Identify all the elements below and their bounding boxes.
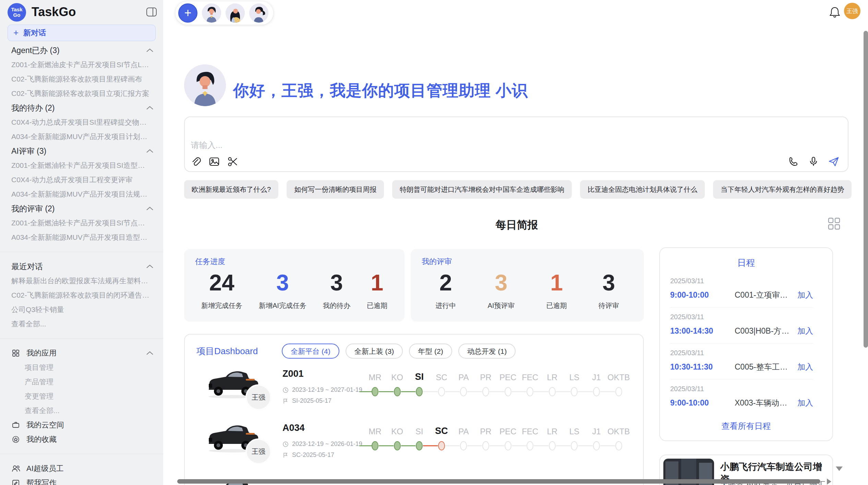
milestone-node[interactable] bbox=[372, 441, 378, 450]
join-meeting-link[interactable]: 加入 bbox=[797, 290, 813, 300]
scroll-down-arrow-icon[interactable] bbox=[836, 467, 843, 471]
suggestion-chip[interactable]: 特朗普可能对进口汽车增税会对中国车企造成哪些影响 bbox=[392, 180, 572, 199]
milestone-node[interactable] bbox=[593, 387, 600, 396]
user-avatar[interactable]: 王强 bbox=[844, 3, 860, 19]
avatar[interactable] bbox=[249, 3, 268, 23]
milestone-node[interactable] bbox=[372, 387, 378, 396]
milestone-node[interactable] bbox=[460, 387, 467, 396]
avatar[interactable] bbox=[226, 3, 245, 23]
avatar[interactable] bbox=[202, 3, 221, 23]
add-session-button[interactable]: + bbox=[178, 3, 197, 23]
suggestion-chip[interactable]: 欧洲新规最近颁布了什么? bbox=[184, 180, 278, 199]
milestone-node[interactable] bbox=[593, 441, 600, 450]
sidebar-item-my-apps[interactable]: 我的应用 bbox=[0, 346, 163, 360]
phone-call-icon[interactable] bbox=[788, 156, 799, 167]
sidebar-group-header[interactable]: 我的待办 (2) bbox=[0, 101, 163, 115]
group-label: 最近对话 bbox=[11, 261, 43, 272]
sidebar-item[interactable]: A034-全新新能源MUV产品开发项目法规符合性评审 bbox=[0, 187, 163, 201]
milestone-node[interactable] bbox=[549, 387, 556, 396]
sidebar-group-header[interactable]: AI评审 (3) bbox=[0, 144, 163, 158]
chevron-up-icon bbox=[146, 106, 154, 110]
suggestion-chip[interactable]: 如何写一份清晰的项目周报 bbox=[287, 180, 384, 199]
divider bbox=[0, 252, 163, 252]
milestone-node[interactable] bbox=[527, 441, 533, 450]
milestone-node[interactable] bbox=[505, 441, 511, 450]
microphone-icon[interactable] bbox=[808, 156, 819, 167]
milestone-node[interactable] bbox=[416, 441, 423, 450]
milestone-node[interactable] bbox=[394, 387, 401, 396]
sidebar-collapse-icon[interactable] bbox=[146, 7, 157, 18]
sidebar-item[interactable]: C02-飞腾新能源轻客改款项目立项汇报方案 bbox=[0, 86, 163, 101]
milestone-node[interactable] bbox=[482, 387, 489, 396]
milestone-node[interactable] bbox=[394, 441, 401, 450]
sidebar-tool-item[interactable]: AI超级员工 bbox=[0, 461, 163, 476]
milestone-label: LR bbox=[547, 427, 557, 436]
dashboard-tab[interactable]: 全新上装 (3) bbox=[346, 344, 403, 359]
sidebar-item[interactable]: Z001-全新燃油皮卡产品开发项目SI节点Lesson Learn报告 bbox=[0, 58, 163, 72]
project-code: A034 bbox=[282, 423, 305, 433]
sidebar-item[interactable]: 公司Q3轻卡销量 bbox=[0, 302, 163, 317]
send-icon[interactable] bbox=[828, 156, 840, 167]
sidebar-item[interactable]: C0X4-动力总成开发项目工程变更评审 bbox=[0, 173, 163, 187]
horizontal-scrollbar[interactable] bbox=[177, 479, 820, 484]
chevron-up-icon bbox=[146, 264, 154, 269]
attachment-icon[interactable] bbox=[190, 156, 201, 167]
sidebar-item[interactable]: Z001-全新燃油轻卡产品开发项目SI节点属性5D文件评审 bbox=[0, 216, 163, 230]
sidebar-item[interactable]: A034-全新新能源MUV产品开发项目计划变更表编写 bbox=[0, 129, 163, 144]
stat: 1已逾期 bbox=[546, 270, 567, 310]
milestone-node[interactable] bbox=[482, 441, 489, 450]
milestone-node[interactable] bbox=[571, 387, 578, 396]
milestone-node[interactable] bbox=[527, 387, 533, 396]
view-all-conversations-link[interactable]: 查看全部... bbox=[0, 317, 163, 331]
milestone-node[interactable] bbox=[549, 441, 556, 450]
image-upload-icon[interactable] bbox=[209, 156, 220, 167]
join-meeting-link[interactable]: 加入 bbox=[797, 362, 813, 372]
milestone-node[interactable] bbox=[571, 441, 578, 450]
suggestion-chip[interactable]: 当下年轻人对汽车外观有怎样的喜好趋势 bbox=[713, 180, 852, 199]
notification-bell-icon[interactable] bbox=[830, 6, 840, 19]
suggestion-chip[interactable]: 比亚迪全固态电池计划具体说了什么 bbox=[580, 180, 705, 199]
sidebar-group-header[interactable]: Agent已办 (3) bbox=[0, 43, 163, 58]
sidebar-app-item[interactable]: 项目管理 bbox=[0, 360, 163, 375]
milestone-node[interactable] bbox=[615, 387, 622, 396]
dashboard-tab[interactable]: 年型 (2) bbox=[409, 344, 452, 359]
join-meeting-link[interactable]: 加入 bbox=[797, 398, 813, 408]
sidebar-item[interactable]: A034-全新新能源MUV产品开发项目造型可行性评审 bbox=[0, 230, 163, 245]
vertical-scrollbar[interactable] bbox=[864, 31, 868, 348]
sidebar-item[interactable]: Z001-全新燃油轻卡产品开发项目SI造型提交物评审 bbox=[0, 158, 163, 173]
view-all-schedule-link[interactable]: 查看所有日程 bbox=[660, 421, 832, 432]
sidebar-item-cloud-space[interactable]: 我的云空间 bbox=[0, 418, 163, 432]
milestone-label: SC bbox=[436, 373, 447, 382]
schedule-time: 10:30-11:30 bbox=[670, 362, 735, 372]
scroll-right-arrow-icon[interactable] bbox=[827, 478, 831, 485]
brief-grid-icon[interactable] bbox=[828, 217, 841, 232]
flag-icon bbox=[282, 398, 289, 404]
join-meeting-link[interactable]: 加入 bbox=[797, 326, 813, 336]
dashboard-tab[interactable]: 全新平台 (4) bbox=[282, 344, 339, 359]
project-row[interactable]: 王强Z0012023-12-19 ~ 2027-01-19SI-2025-05-… bbox=[185, 360, 643, 419]
sidebar-group-header[interactable]: 我的评审 (2) bbox=[0, 201, 163, 216]
sidebar-item[interactable]: 解释最新出台的欧盟报废车法规再生塑料比例被调至15%... bbox=[0, 274, 163, 288]
milestone-node[interactable] bbox=[615, 441, 622, 450]
cloud-space-icon bbox=[11, 421, 20, 429]
sidebar-tool-item[interactable]: 帮我写作 bbox=[0, 476, 163, 485]
milestone-node[interactable] bbox=[438, 441, 445, 450]
sidebar-app-item[interactable]: 查看全部... bbox=[0, 403, 163, 418]
dashboard-tab[interactable]: 动总开发 (1) bbox=[458, 344, 516, 359]
milestone-connector bbox=[467, 445, 482, 446]
sidebar-app-item[interactable]: 产品管理 bbox=[0, 375, 163, 389]
sidebar-item[interactable]: C0X4-动力总成开发项目SI里程碑提交物检查 bbox=[0, 115, 163, 129]
milestone-node[interactable] bbox=[505, 387, 511, 396]
scissors-icon[interactable] bbox=[227, 156, 238, 167]
sidebar-item-favorites[interactable]: 我的收藏 bbox=[0, 432, 163, 447]
sidebar-item[interactable]: C02-飞腾新能源轻客改款项目的闭环通告反馈情况 bbox=[0, 288, 163, 302]
milestone-node[interactable] bbox=[460, 441, 467, 450]
sidebar-item[interactable]: C02-飞腾新能源轻客改款项目里程碑画布 bbox=[0, 72, 163, 86]
milestone-node[interactable] bbox=[438, 387, 445, 396]
project-row[interactable]: 王强A0342023-12-19 ~ 2026-01-19SC-2025-05-… bbox=[185, 414, 643, 473]
milestone-node[interactable] bbox=[416, 387, 423, 396]
chat-input[interactable]: 请输入... bbox=[184, 116, 848, 172]
sidebar-app-item[interactable]: 变更管理 bbox=[0, 389, 163, 403]
new-chat-button[interactable]: + 新对话 bbox=[8, 25, 156, 41]
sidebar-group-header[interactable]: 最近对话 bbox=[0, 259, 163, 274]
